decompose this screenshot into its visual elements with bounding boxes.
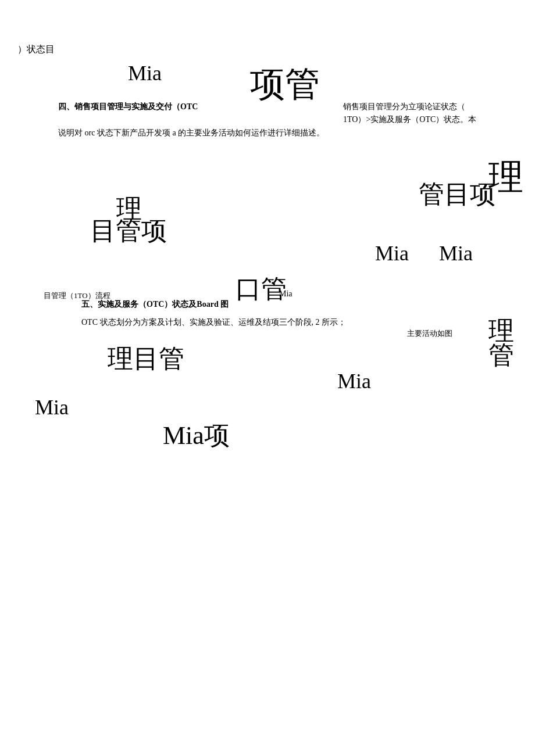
mia-mid-right1: Mia [375, 241, 409, 266]
mia-bottom-center: Mia [337, 369, 371, 393]
mia-top: Mia [128, 61, 162, 85]
sales-desc1: 销售项目管理分为立项论证状态（ [343, 102, 465, 112]
guanmuiyang-right: 管目项 [419, 177, 495, 212]
status-target: ）状态目 [17, 44, 55, 56]
mia-section5: Mia [279, 289, 293, 299]
section5-title: 五、实施及服务（OTC）状态及Board 图 [81, 299, 229, 310]
muguanxiang-left: 目管项 [90, 214, 167, 248]
mia-xiang-bottom: Mia项 [163, 418, 230, 453]
section4-title: 四、销售项目管理与实施及交付（OTC [58, 102, 198, 112]
otc-desc: OTC 状态划分为方案及计划、实施及验证、运维及结项三个阶段, 2 所示； [81, 317, 346, 328]
mia-bottom-left: Mia [35, 395, 69, 420]
zhuyao-right: 主要活动如图 [407, 328, 452, 339]
xiangguan-top: 项管 [250, 61, 320, 108]
guan-bottom-right: 管 [488, 338, 514, 372]
page: ）状态目Mia项管四、销售项目管理与实施及交付（OTC销售项目管理分为立项论证状… [0, 0, 535, 756]
liguan-bottom-left: 理目管 [108, 342, 184, 376]
explain-text: 说明对 orc 状态下新产品开发项 a 的主要业务活动如何运作进行详细描述。 [58, 128, 324, 138]
mia-mid-right2: Mia [439, 241, 473, 266]
sales-desc2: 1TO）>实施及服务（OTC）状态。本 [343, 114, 476, 125]
